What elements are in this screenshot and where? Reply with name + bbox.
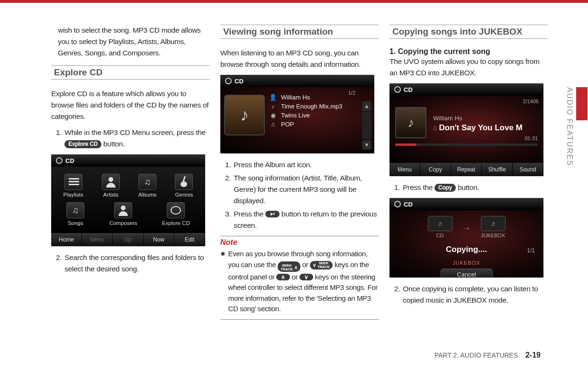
col2-step-2: 2.The song information (Artist, Title, A… xyxy=(220,172,379,206)
scroll-up-icon: ▲ xyxy=(362,101,371,111)
time-total: 01:31 xyxy=(525,135,538,141)
col1-step-1: 1. While in the MP3 CD Menu screen, pres… xyxy=(51,127,210,150)
step-number: 2. xyxy=(56,252,62,275)
col2-step-1: 1.Press the Album art icon. xyxy=(220,159,379,171)
step-number: 1. xyxy=(394,182,400,193)
cell-explore-cd: Explore CD xyxy=(162,202,190,226)
figure-explore-cd-menu: CD Playlists Artists Albums Genres Songs… xyxy=(51,154,205,246)
fig-bottom-bar: Home Menu Up Now Playing Edit xyxy=(51,233,205,246)
track-counter: 2/1406 xyxy=(523,99,539,104)
figure-song-info: CD 1/2 👤William Hs ♪Time Enough Mix.mp3 … xyxy=(220,75,374,153)
page-counter: 1/2 xyxy=(348,90,355,96)
fig-title: CD xyxy=(235,78,244,85)
info-list: 👤William Hs ♪Time Enough Mix.mp3 ◉Twins … xyxy=(269,92,371,150)
figure-now-playing: CD 2/1406 William Hs ♫Don't Say You Love… xyxy=(389,83,543,176)
text: Press the xyxy=(234,210,265,218)
btn-menu: Menu xyxy=(389,163,420,176)
info-genre: ♫POP xyxy=(269,121,371,128)
btn-up: Up xyxy=(113,233,144,246)
label: CD xyxy=(436,233,444,238)
btn-shuffle: Shuffle xyxy=(482,163,513,176)
col1-steps: 1. While in the MP3 CD Menu screen, pres… xyxy=(51,127,210,150)
column-3: Copying songs into JUKEBOX 1. Copying th… xyxy=(389,25,548,322)
page-footer: PART 2. AUDIO FEATURES 2-19 xyxy=(434,351,541,359)
cd-icon xyxy=(428,216,452,231)
chevron-up-icon: ∧ xyxy=(294,264,298,271)
fig-title: CD xyxy=(404,201,413,208)
text: William Hs xyxy=(281,94,310,101)
column-2: Viewing song information When listening … xyxy=(220,25,379,322)
chevron-down-icon: ∨ xyxy=(313,262,316,269)
note-title: Note xyxy=(220,238,379,247)
text: POP xyxy=(281,121,294,128)
text: TRACK xyxy=(317,265,330,269)
cell-songs: Songs xyxy=(66,202,84,226)
col3-subhead: 1. Copying the current song xyxy=(389,47,548,56)
col1-lead-para: wish to select the song. MP3 CD mode all… xyxy=(51,25,210,59)
step-number: 2. xyxy=(394,283,400,306)
label: Playlists xyxy=(63,192,83,197)
text: or xyxy=(292,273,299,281)
top-accent-bar xyxy=(0,0,588,3)
col2-step-3: 3. Press the ↩ button to return to the p… xyxy=(220,208,379,231)
info-title: ♪Time Enough Mix.mp3 xyxy=(269,103,371,110)
jukebox-label: JUKEBOX xyxy=(394,260,539,266)
composers-icon xyxy=(114,202,132,218)
step-text: Press the Album art icon. xyxy=(234,159,312,171)
btn-home: Home xyxy=(51,233,82,246)
copying-label: Copying.... xyxy=(394,245,539,254)
note-bullet: ● Even as you browse through song inform… xyxy=(220,249,379,314)
btn-menu: Menu xyxy=(82,233,113,246)
figure-copying: CD CD → JUKEBOX Copying.... 1/1 JUKEBOX … xyxy=(389,198,543,278)
text: or xyxy=(302,260,310,269)
step-text: The song information (Artist, Title, Alb… xyxy=(234,172,379,206)
fig-body: 1/2 👤William Hs ♪Time Enough Mix.mp3 ◉Tw… xyxy=(220,87,374,153)
album-icon xyxy=(138,174,156,190)
text: Time Enough Mix.mp3 xyxy=(281,103,343,110)
btn-repeat: Repeat xyxy=(451,163,482,176)
progress-bar xyxy=(395,144,538,146)
col3-step-2: 2. Once copying is complete, you can lis… xyxy=(389,283,548,306)
text: Don't Say You Love M xyxy=(439,123,523,132)
copy-pill: Copy xyxy=(434,184,456,192)
icon-row-2: Songs Composers Explore CD xyxy=(54,202,202,226)
disc-icon xyxy=(56,157,63,164)
note-text: Even as you browse through song informat… xyxy=(228,249,379,314)
back-icon-pill: ↩ xyxy=(265,211,280,217)
col2-intro-para: When listening to an MP3 CD song, you ca… xyxy=(220,47,379,70)
icon-row-1: Playlists Artists Albums Genres xyxy=(54,174,202,197)
btn-edit: Edit xyxy=(174,233,205,246)
up-pill: ∧ xyxy=(276,274,290,280)
down-pill: ∨ xyxy=(299,274,313,280)
scroll-down-icon: ▼ xyxy=(362,140,371,150)
btn-sound: Sound xyxy=(513,163,543,176)
cell-composers: Composers xyxy=(109,202,137,226)
label: Composers xyxy=(109,220,137,226)
cell-playlists: Playlists xyxy=(63,174,83,197)
note-divider-top xyxy=(220,236,379,236)
jukebox-icon xyxy=(481,216,506,231)
label: Albums xyxy=(138,192,156,197)
fig-bottom-bar: Menu Copy Repeat Shuffle Sound xyxy=(389,163,543,176)
col3-steps-1: 1. Press the Copy button. xyxy=(389,182,548,193)
fig-topbar: CD xyxy=(389,198,543,210)
text: button. xyxy=(103,140,125,148)
note-icon: ♫ xyxy=(432,124,437,132)
page-columns: wish to select the song. MP3 CD mode all… xyxy=(51,25,555,322)
footer-page: 2-19 xyxy=(525,351,541,359)
arrow-icon: → xyxy=(462,221,471,233)
seek-track-down-pill: ∨SEEKTRACK xyxy=(310,261,333,269)
step-number: 1. xyxy=(225,159,231,171)
fig-body: 2/1406 William Hs ♫Don't Say You Love M … xyxy=(389,96,543,163)
disc-icon xyxy=(394,86,401,93)
step-text: Search the corresponding files and folde… xyxy=(64,252,210,275)
chevron-up-icon: ∧ xyxy=(281,274,285,280)
col1-steps-2: 2. Search the corresponding files and fo… xyxy=(51,252,210,275)
info-album: ◉Twins Live xyxy=(269,112,371,119)
cell-albums: Albums xyxy=(138,174,156,197)
label: Artists xyxy=(103,192,118,197)
cell-artists: Artists xyxy=(102,174,120,197)
track-title: ♫Don't Say You Love M xyxy=(432,123,523,133)
artist-name: William Hs xyxy=(433,115,462,122)
explore-cd-pill: Explore CD xyxy=(64,140,101,148)
